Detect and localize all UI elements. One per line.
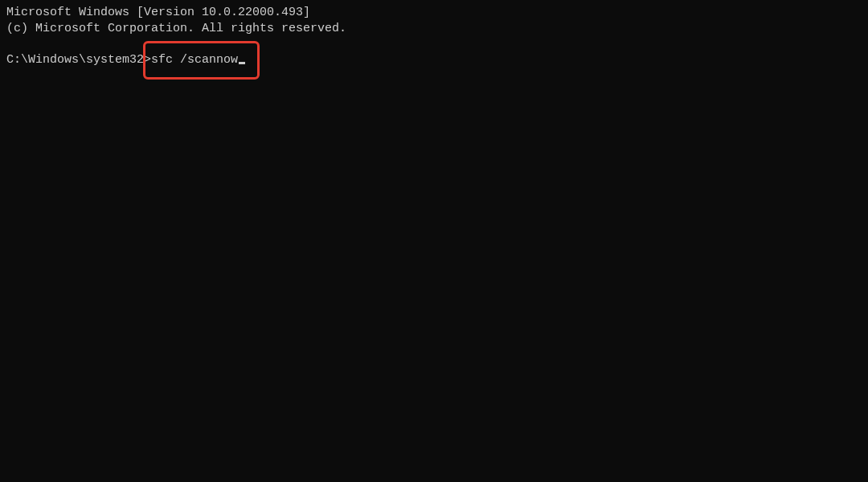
terminal-header-version: Microsoft Windows [Version 10.0.22000.49…: [6, 5, 862, 21]
prompt-line[interactable]: C:\Windows\system32>sfc /scannow: [6, 52, 862, 68]
blank-line: [6, 36, 862, 52]
cursor-icon: [239, 62, 245, 64]
terminal-header-copyright: (c) Microsoft Corporation. All rights re…: [6, 21, 862, 37]
prompt-text: C:\Windows\system32>: [6, 52, 151, 68]
command-input[interactable]: sfc /scannow: [151, 52, 238, 68]
